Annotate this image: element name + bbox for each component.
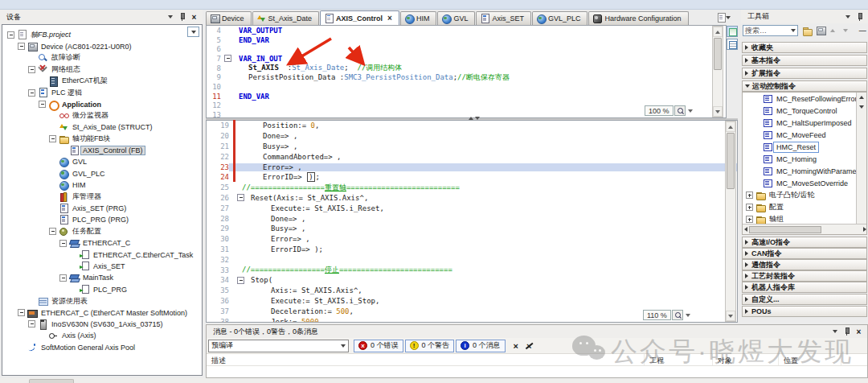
- editor-tab-axis-set[interactable]: Axis_SET: [476, 11, 531, 25]
- expand-toggle-icon[interactable]: [39, 101, 46, 108]
- implementation-scrollbar[interactable]: [725, 121, 736, 322]
- toolbox-section-collapsed[interactable]: 基本指令: [742, 55, 867, 66]
- tree-item[interactable]: GVL: [2, 156, 202, 167]
- tree-item[interactable]: SoftMotion General Axis Pool: [2, 342, 202, 353]
- expand-toggle-icon[interactable]: [18, 43, 25, 50]
- devices-close-icon[interactable]: ×: [189, 12, 199, 22]
- textual-view-button[interactable]: [727, 26, 738, 37]
- toolbox-item[interactable]: MC_ResetFollowingError: [743, 93, 866, 105]
- toolbox-section-collapsed[interactable]: CAN指令: [742, 248, 867, 259]
- tree-item[interactable]: 任务配置: [2, 226, 202, 237]
- editor-tab-gvl-plc[interactable]: GVL_PLC: [532, 11, 588, 25]
- tab-close-icon[interactable]: ×: [387, 14, 392, 22]
- tree-item[interactable]: ETHERCAT_C: [2, 237, 202, 249]
- toolbox-section-collapsed[interactable]: 通信指令: [742, 259, 867, 270]
- toolbox-pin-icon[interactable]: [854, 12, 865, 22]
- tree-item[interactable]: ETHERCAT_C.EtherCAT_Task: [2, 249, 202, 260]
- editor-tab-hardware-configuration[interactable]: Hardware Configuration: [588, 11, 688, 25]
- tree-item[interactable]: MainTask: [2, 272, 202, 283]
- fold-toggle-icon[interactable]: [237, 194, 244, 201]
- message-filter-info-button[interactable]: i0 个消息: [456, 340, 506, 352]
- tree-item[interactable]: Axis_SET (PRG): [2, 203, 202, 214]
- expand-toggle-icon[interactable]: [746, 216, 753, 223]
- expand-toggle-icon[interactable]: [28, 66, 35, 73]
- editor-tab-gvl[interactable]: GVL: [437, 11, 475, 25]
- implementation-editor[interactable]: 19Position:= 0,20Done=> ,21Busy=> ,22Com…: [206, 120, 738, 323]
- tree-item[interactable]: AXIS_Control (FB): [2, 145, 202, 156]
- tree-item[interactable]: HIM: [2, 179, 202, 191]
- column-header-2[interactable]: 对象: [713, 354, 779, 365]
- editor-tab-axis-control[interactable]: AXIS_Control×: [320, 10, 399, 25]
- toolbox-item[interactable]: HMC_Reset: [743, 141, 866, 153]
- messages-pin-icon[interactable]: [841, 327, 852, 336]
- column-header-3[interactable]: 位置: [779, 354, 841, 365]
- tree-item[interactable]: 轴FB.project: [2, 29, 202, 40]
- toolbox-vertical-scrollbar[interactable]: [856, 93, 866, 224]
- expand-toggle-icon[interactable]: [59, 274, 67, 282]
- editor-tab-him[interactable]: HIM: [400, 11, 437, 25]
- tree-item[interactable]: Axis_SET: [2, 261, 202, 272]
- toolbox-item[interactable]: MC_HaltSuperImposed: [743, 117, 866, 129]
- clear-messages-icon[interactable]: ×: [514, 341, 518, 351]
- expand-toggle-icon[interactable]: [28, 89, 35, 97]
- tree-item[interactable]: EtherCAT机架: [2, 76, 202, 87]
- declaration-zoom-control[interactable]: 100 %: [645, 105, 693, 116]
- tree-item[interactable]: PLC_PRG (PRG): [2, 214, 202, 225]
- fold-toggle-icon[interactable]: [237, 277, 244, 284]
- toolbox-item[interactable]: MC_HomingWithParameter: [743, 165, 866, 177]
- message-filter-warn-button[interactable]: !0 个警告: [405, 340, 455, 352]
- editor-tab-st-axis-date[interactable]: St_Axis_Date: [252, 11, 320, 25]
- tree-item[interactable]: Application: [2, 98, 202, 109]
- tree-item[interactable]: Device (AC801-0221-U0R0): [2, 40, 202, 51]
- tree-item[interactable]: 故障诊断: [2, 52, 202, 64]
- tree-item[interactable]: PLC 逻辑: [2, 87, 202, 98]
- editor-tab-device[interactable]: Device: [206, 11, 252, 25]
- implementation-zoom-control[interactable]: 110 %: [643, 310, 690, 320]
- toolbox-item[interactable]: 电子凸轮/齿轮: [743, 189, 866, 201]
- column-header-0[interactable]: 描述: [207, 354, 645, 365]
- expand-toggle-icon[interactable]: [746, 204, 753, 211]
- message-filter-combo[interactable]: 预编译: [208, 340, 349, 352]
- toolbox-section-collapsed[interactable]: POUs: [742, 306, 867, 317]
- tree-item[interactable]: 资源使用表: [2, 295, 202, 307]
- declaration-scrollbar[interactable]: [712, 26, 723, 117]
- toolbox-section-expanded[interactable]: 运动控制指令: [742, 80, 867, 92]
- toolbox-item[interactable]: MC_TorqueControl: [743, 105, 866, 117]
- tree-item[interactable]: ETHERCAT_C (EtherCAT Master SoftMotion): [2, 307, 202, 318]
- toolbox-section-collapsed[interactable]: 自定义...: [742, 294, 867, 305]
- tree-item[interactable]: 微分监视器: [2, 110, 202, 121]
- tree-item[interactable]: Axis (Axis): [2, 330, 202, 341]
- tab-list-button[interactable]: [714, 11, 739, 24]
- devices-pin-icon[interactable]: [177, 12, 187, 22]
- message-filter-err-button[interactable]: x0 个错误: [354, 340, 403, 352]
- toolbox-section-collapsed[interactable]: 高速I/O指令: [742, 237, 867, 248]
- expand-toggle-icon[interactable]: [28, 320, 35, 327]
- toolbox-dropdown-icon[interactable]: [842, 12, 853, 22]
- tree-item[interactable]: 库管理器: [2, 191, 202, 202]
- tree-item[interactable]: 轴功能FB块: [2, 134, 202, 145]
- toolbox-newfolder-icon[interactable]: [813, 25, 825, 36]
- toolbox-section-collapsed[interactable]: 机器人指令库: [742, 282, 867, 293]
- tree-item[interactable]: GVL_PLC: [2, 168, 202, 179]
- fold-toggle-icon[interactable]: [224, 55, 231, 62]
- column-header-1[interactable]: 工程: [645, 354, 713, 365]
- clear-all-messages-icon[interactable]: ×: [526, 341, 531, 351]
- tree-item[interactable]: PLC_PRG: [2, 284, 202, 295]
- tabular-view-button[interactable]: [727, 39, 738, 50]
- toolbox-item[interactable]: 配置: [743, 201, 866, 213]
- toolbox-horizontal-scrollbar[interactable]: [743, 224, 867, 234]
- expand-toggle-icon[interactable]: [746, 192, 753, 199]
- devices-dropdown-icon[interactable]: [165, 12, 175, 22]
- toolbox-section-collapsed[interactable]: 扩展指令: [742, 68, 867, 79]
- toolbox-item[interactable]: MC_Homing: [743, 153, 866, 165]
- toolbox-search-input[interactable]: 搜索…: [743, 25, 798, 36]
- toolbox-item[interactable]: MC_MoveFeed: [743, 129, 866, 141]
- toolbox-movedown-icon[interactable]: [840, 25, 851, 36]
- toolbox-section-collapsed[interactable]: 工艺封装指令: [742, 270, 867, 282]
- expand-toggle-icon[interactable]: [59, 240, 67, 247]
- expand-toggle-icon[interactable]: [49, 228, 56, 235]
- tree-item[interactable]: 网络组态: [2, 64, 202, 75]
- tree-item[interactable]: St_Axis_Date (STRUCT): [2, 121, 202, 133]
- toolbox-moveup-icon[interactable]: [827, 25, 838, 36]
- messages-dropdown-icon[interactable]: [829, 327, 840, 336]
